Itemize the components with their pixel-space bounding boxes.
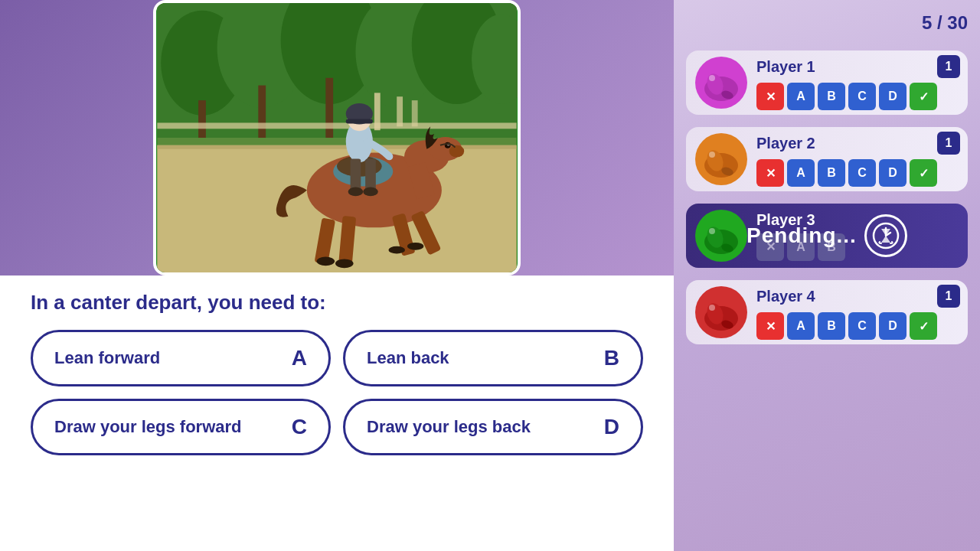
answer-a-text: Lean forward	[54, 348, 160, 368]
svg-point-45	[709, 75, 715, 81]
svg-rect-9	[258, 86, 266, 138]
player-4-d-btn[interactable]: D	[879, 312, 906, 340]
player-2-check-btn[interactable]: ✓	[910, 159, 937, 187]
player-3-card: Player 3 ✕ A B Pending...	[686, 204, 968, 268]
player-4-answer-buttons: ✕ A B C D ✓	[756, 312, 960, 340]
svg-point-61	[709, 305, 715, 311]
answer-b-label: B	[604, 346, 619, 370]
answers-grid: Lean forward A Lean back B Draw your leg…	[31, 330, 643, 455]
player-2-b-btn[interactable]: B	[818, 159, 845, 187]
player-2-badge: 1	[937, 132, 960, 155]
svg-rect-37	[346, 119, 373, 124]
svg-point-50	[709, 152, 715, 158]
player-4-a-btn[interactable]: A	[787, 312, 815, 340]
player-1-d-btn[interactable]: D	[879, 83, 906, 110]
player-2-x-btn[interactable]: ✕	[756, 159, 784, 187]
answer-d-button[interactable]: Draw your legs back D	[343, 399, 643, 455]
player-2-name: Player 2	[756, 135, 815, 152]
svg-point-21	[449, 145, 465, 158]
svg-rect-8	[198, 100, 206, 138]
svg-point-30	[388, 246, 405, 254]
answer-d-text: Draw your legs back	[367, 417, 531, 437]
player-4-name: Player 4	[756, 288, 815, 305]
answer-b-text: Lean back	[367, 348, 449, 368]
player-1-a-btn[interactable]: A	[787, 83, 815, 110]
answer-c-label: C	[292, 415, 307, 439]
player-1-answer-buttons: ✕ A B C D ✓	[756, 83, 960, 110]
question-image	[153, 0, 521, 276]
svg-point-41	[363, 187, 378, 197]
pending-text: Pending...	[746, 223, 857, 248]
svg-point-28	[317, 256, 335, 266]
svg-rect-13	[157, 122, 516, 129]
right-panel: 5 / 30 Player 1 1 ✕ A B C D ✓	[674, 0, 980, 551]
answer-a-button[interactable]: Lean forward A	[31, 330, 331, 386]
player-1-b-btn[interactable]: B	[818, 83, 845, 110]
player-2-a-btn[interactable]: A	[787, 159, 815, 187]
player-2-d-btn[interactable]: D	[879, 159, 906, 187]
player-2-avatar	[694, 132, 749, 187]
player-4-c-btn[interactable]: C	[848, 312, 876, 340]
player-2-answer-buttons: ✕ A B C D ✓	[756, 159, 960, 187]
pending-icon	[864, 214, 907, 257]
player-2-c-btn[interactable]: C	[848, 159, 876, 187]
svg-rect-14	[374, 93, 381, 130]
answer-d-label: D	[604, 415, 619, 439]
player-1-check-btn[interactable]: ✓	[910, 83, 937, 110]
question-text: In a canter depart, you need to:	[31, 291, 643, 315]
svg-point-29	[335, 259, 353, 268]
answer-a-label: A	[292, 346, 307, 370]
answer-c-text: Draw your legs forward	[54, 417, 242, 437]
player-4-avatar	[694, 285, 749, 340]
svg-rect-15	[397, 96, 403, 126]
player-1-x-btn[interactable]: ✕	[756, 83, 784, 110]
player-4-info: Player 4 1 ✕ A B C D ✓	[756, 285, 960, 340]
player-1-info: Player 1 1 ✕ A B C D ✓	[756, 55, 960, 110]
player-4-x-btn[interactable]: ✕	[756, 312, 784, 340]
player-2-card: Player 2 1 ✕ A B C D ✓	[686, 127, 968, 191]
player-2-info: Player 2 1 ✕ A B C D ✓	[756, 132, 960, 187]
player-4-check-btn[interactable]: ✓	[910, 312, 937, 340]
svg-point-31	[407, 243, 424, 250]
score-display: 5 / 30	[922, 12, 968, 34]
answer-b-button[interactable]: Lean back B	[343, 330, 643, 386]
player-1-avatar	[694, 55, 749, 110]
player-4-card: Player 4 1 ✕ A B C D ✓	[686, 280, 968, 344]
answer-c-button[interactable]: Draw your legs forward C	[31, 399, 331, 455]
player-1-badge: 1	[937, 55, 960, 78]
player-1-card: Player 1 1 ✕ A B C D ✓	[686, 51, 968, 115]
svg-point-40	[348, 187, 364, 197]
player-1-c-btn[interactable]: C	[848, 83, 876, 110]
player-4-badge: 1	[937, 285, 960, 308]
pending-overlay: Pending...	[686, 204, 968, 268]
left-panel: In a canter depart, you need to: Lean fo…	[0, 0, 674, 551]
player-4-b-btn[interactable]: B	[818, 312, 845, 340]
question-area: In a canter depart, you need to: Lean fo…	[0, 276, 674, 551]
svg-rect-16	[412, 100, 418, 126]
player-1-name: Player 1	[756, 58, 815, 76]
